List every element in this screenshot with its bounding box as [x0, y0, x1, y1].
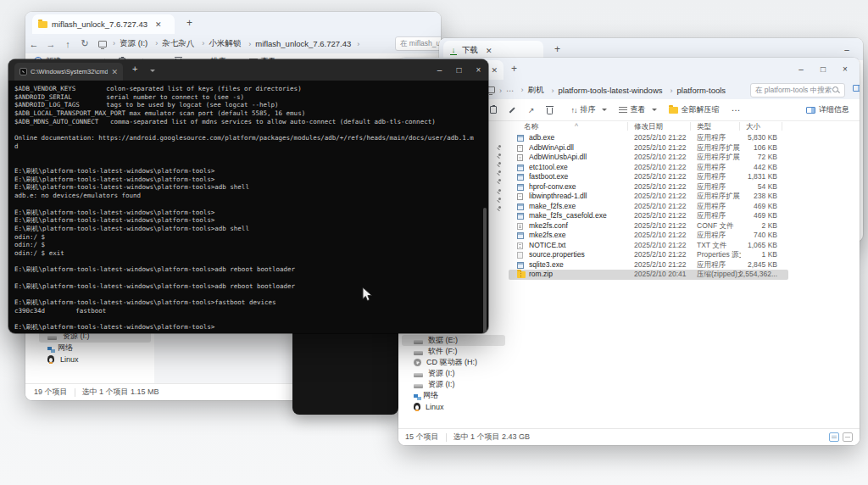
preview-pane-toggle[interactable] [853, 85, 860, 92]
file-row[interactable]: mke2fs.conf2025/2/10 21:22CONF 文件2 KB [509, 221, 788, 231]
tab-close-icon[interactable]: ✕ [486, 47, 492, 55]
sidebar-item[interactable]: Linux [39, 354, 151, 365]
file-row[interactable]: hprof-conv.exe2025/2/10 21:22应用程序54 KB [509, 182, 788, 192]
file-row[interactable]: rom.zip2025/2/10 20:41压缩(zipped)文件...2,5… [509, 270, 788, 280]
terminal-output-area[interactable]: $ADB_VENDOR_KEYS colon-separated list of… [8, 81, 488, 333]
file-row[interactable]: AdbWinUsbApi.dll2025/2/10 21:22应用程序扩展72 … [509, 153, 788, 163]
file-size: 2,845 KB [712, 260, 777, 270]
file-row[interactable]: mke2fs.exe2025/2/10 21:22应用程序740 KB [509, 231, 788, 241]
new-tab-button[interactable]: + [511, 63, 517, 75]
column-size[interactable]: 大小 [746, 122, 760, 132]
new-tab-button[interactable]: + [132, 64, 137, 74]
new-tab-button[interactable]: + [554, 43, 560, 55]
sidebar-item-icon [414, 394, 418, 398]
file-row[interactable]: fastboot.exe2025/2/10 21:22应用程序1,831 KB [509, 172, 788, 182]
delete-button[interactable] [547, 106, 553, 114]
large-icons-view-toggle[interactable] [843, 432, 853, 442]
view-button[interactable]: 查看 [619, 104, 657, 115]
minimize-button[interactable]: – [430, 59, 449, 81]
minimize-button[interactable]: – [790, 64, 812, 74]
sidebar-item[interactable]: CD 驱动器 (H:) [402, 357, 505, 368]
file-row[interactable]: NOTICE.txt2025/2/10 21:22TXT 文件1,065 KB [509, 241, 788, 251]
details-button[interactable]: 详细信息 [806, 104, 849, 115]
file-icon [517, 154, 523, 161]
file-row[interactable]: sqlite3.exe2025/2/10 21:22应用程序2,845 KB [509, 260, 788, 270]
file-icon [517, 184, 524, 191]
breadcrumb: 刷机platform-tools-latest-windowsplatform-… [515, 84, 728, 97]
tab-close-icon[interactable]: ✕ [111, 68, 118, 76]
tab-close-icon[interactable]: ✕ [491, 66, 498, 75]
sidebar-item-icon [414, 340, 423, 344]
file-row[interactable]: adb.exe2025/2/10 21:22应用程序5,830 KB [509, 133, 788, 143]
paste-button[interactable] [490, 106, 497, 114]
file-row[interactable]: make_f2fs.exe2025/2/10 21:22应用程序469 KB [509, 202, 788, 212]
file-name: source.properties [529, 250, 629, 260]
maximize-button[interactable]: □ [812, 64, 834, 74]
details-view-toggle[interactable] [829, 432, 839, 442]
file-date: 2025/2/10 21:22 [634, 143, 695, 153]
sidebar-item[interactable]: 资源 (I:) [402, 379, 505, 390]
breadcrumb-segment[interactable]: 资源 (I:) [107, 37, 149, 50]
sidebar-item[interactable]: 软件 (F:) [402, 346, 505, 357]
extract-all-button[interactable]: 全部解压缩 [669, 104, 720, 115]
close-button[interactable]: × [834, 64, 856, 74]
terminal-window: C:\Windows\System32\cmd.e ✕ + – □ × $ADB… [8, 59, 488, 333]
details-pane-icon [806, 107, 815, 114]
sort-button[interactable]: 排序 [571, 104, 607, 115]
column-type[interactable]: 类型 [697, 122, 711, 132]
tab-miflash-unlock[interactable]: miflash_unlock_7.6.727.43 ✕ [32, 14, 175, 34]
breadcrumb-segment[interactable]: platform-tools-latest-windows [546, 85, 665, 96]
close-button[interactable]: × [469, 59, 488, 81]
file-size: 740 KB [712, 231, 777, 241]
file-size: 469 KB [712, 202, 777, 212]
share-button[interactable] [528, 106, 535, 114]
tab-close-icon[interactable]: ✕ [155, 20, 162, 29]
breadcrumb-trailing-chevron[interactable] [353, 39, 364, 48]
paste-icon [490, 106, 497, 114]
column-date[interactable]: 修改日期 [634, 122, 663, 132]
back-button[interactable]: ← [25, 39, 42, 49]
file-icon [517, 213, 524, 220]
breadcrumb-segment[interactable]: 杂七杂八 [149, 37, 196, 50]
file-icon [517, 271, 526, 278]
refresh-button[interactable]: ↻ [76, 38, 93, 49]
item-count: 15 个项目 [405, 432, 439, 443]
new-tab-button[interactable]: + [186, 17, 192, 29]
breadcrumb-segment[interactable]: platform-tools [665, 85, 728, 96]
file-row[interactable]: libwinpthread-1.dll2025/2/10 21:22应用程序扩展… [509, 192, 788, 202]
search-input[interactable]: 在 miflash_unlock [395, 36, 441, 51]
minimize-button[interactable]: – [836, 45, 858, 54]
scrollbar-thumb[interactable] [483, 208, 487, 333]
terminal-title-bar[interactable]: C:\Windows\System32\cmd.e ✕ + – □ × [8, 59, 488, 81]
file-row[interactable]: make_f2fs_casefold.exe2025/2/10 21:22应用程… [509, 211, 788, 221]
breadcrumb-segment[interactable]: miflash_unlock_7.6.727.43 [242, 38, 353, 49]
sidebar-item[interactable]: 网络 [402, 390, 505, 401]
sidebar-item[interactable]: Linux [402, 401, 505, 412]
column-name[interactable]: 名称 [524, 122, 538, 132]
sidebar-item[interactable]: 数据 (E:) [402, 335, 505, 346]
search-input[interactable]: 在 platform-tools 中搜索 [750, 83, 845, 98]
terminal-tab-cmd[interactable]: C:\Windows\System32\cmd.e ✕ [14, 63, 123, 81]
file-row[interactable]: source.properties2025/2/10 21:22Properti… [509, 250, 788, 260]
file-date: 2025/2/10 21:22 [634, 241, 695, 251]
file-name: mke2fs.exe [529, 231, 629, 241]
more-options-button[interactable] [732, 105, 741, 115]
breadcrumb-overflow[interactable]: ⋯ [506, 86, 515, 95]
sidebar-item[interactable]: 网络 [39, 343, 151, 354]
maximize-button[interactable]: □ [449, 59, 469, 81]
sidebar: 文件 (D:)数据 (E:)软件 (F:)CD 驱动器 (H:)资源 (I:)资… [398, 324, 507, 412]
tab-dropdown-icon[interactable] [150, 70, 155, 72]
sidebar-item[interactable]: 资源 (I:) [402, 368, 505, 379]
file-name: NOTICE.txt [529, 241, 629, 251]
file-row[interactable]: AdbWinApi.dll2025/2/10 21:22应用程序扩展106 KB [509, 143, 788, 153]
sidebar-item-label: 数据 (E:) [428, 335, 458, 346]
rename-button[interactable] [509, 106, 516, 114]
tab-title: 下载 [462, 45, 478, 56]
file-icon [517, 223, 523, 230]
breadcrumb-segment[interactable]: 小米解锁 [196, 37, 242, 50]
up-button[interactable]: ↑ [59, 39, 76, 49]
file-row[interactable]: etc1tool.exe2025/2/10 21:22应用程序442 KB [509, 163, 788, 173]
forward-button[interactable]: → [42, 39, 59, 49]
file-name: etc1tool.exe [529, 163, 629, 173]
breadcrumb-segment[interactable]: 刷机 [515, 84, 546, 97]
